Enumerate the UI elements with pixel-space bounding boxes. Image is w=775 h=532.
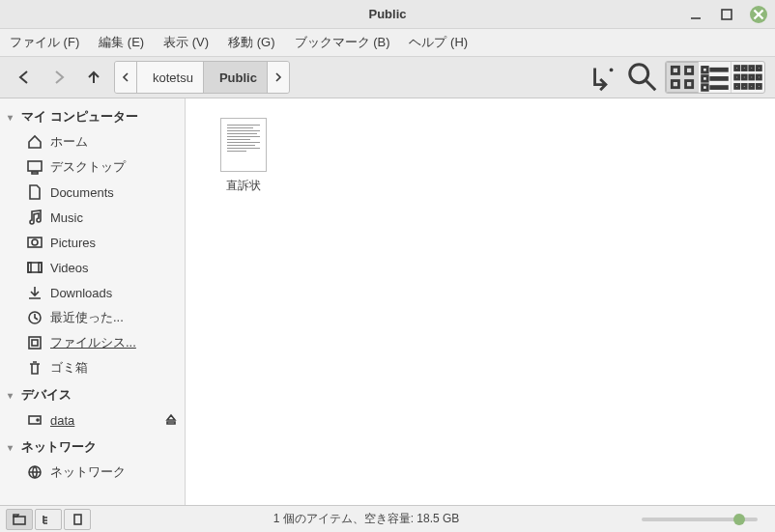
hide-sidebar-button[interactable] bbox=[64, 509, 91, 530]
svg-rect-48 bbox=[74, 515, 81, 524]
home-icon bbox=[27, 134, 43, 150]
eject-icon[interactable] bbox=[165, 413, 177, 428]
sidebar-item-home[interactable]: ホーム bbox=[0, 129, 185, 154]
zoom-thumb[interactable] bbox=[733, 514, 745, 525]
downloads-icon bbox=[27, 285, 43, 300]
sidebar-item-label: ホーム bbox=[50, 133, 88, 151]
pathbar: kotetsu Public bbox=[114, 61, 290, 94]
up-button[interactable] bbox=[79, 62, 108, 93]
svg-rect-42 bbox=[29, 337, 41, 349]
sidebar-item-label: Downloads bbox=[50, 286, 112, 300]
compact-view-button[interactable] bbox=[732, 62, 764, 93]
sidebar-item-label: Videos bbox=[50, 261, 89, 275]
svg-point-45 bbox=[37, 419, 39, 421]
section-network[interactable]: ▾ネットワーク bbox=[0, 433, 185, 460]
sidebar-item-label: ゴミ箱 bbox=[50, 359, 88, 377]
sidebar-item-pictures[interactable]: Pictures bbox=[0, 230, 185, 255]
sidebar-item-documents[interactable]: Documents bbox=[0, 180, 185, 205]
icon-view-button[interactable] bbox=[666, 62, 699, 93]
svg-rect-34 bbox=[28, 161, 42, 171]
search-button[interactable] bbox=[626, 61, 659, 94]
music-icon bbox=[27, 210, 43, 225]
document-icon bbox=[27, 184, 43, 200]
close-button[interactable] bbox=[750, 6, 767, 23]
svg-rect-16 bbox=[703, 67, 708, 72]
path-segment-public[interactable]: Public bbox=[204, 62, 268, 93]
svg-rect-43 bbox=[32, 340, 38, 346]
sidebar-item-label: Documents bbox=[50, 185, 114, 200]
svg-point-37 bbox=[32, 239, 38, 245]
section-devices[interactable]: ▾デバイス bbox=[0, 380, 185, 407]
section-title: マイ コンピューター bbox=[21, 108, 138, 126]
maximize-button[interactable] bbox=[719, 7, 734, 22]
show-tree-button[interactable] bbox=[35, 509, 62, 530]
svg-point-9 bbox=[610, 69, 614, 72]
toggle-location-button[interactable] bbox=[588, 61, 620, 94]
svg-rect-26 bbox=[735, 75, 739, 79]
svg-rect-17 bbox=[711, 69, 728, 70]
menu-go[interactable]: 移動 (G) bbox=[226, 32, 276, 53]
sidebar-item-label: ネットワーク bbox=[50, 463, 126, 481]
file-name: 直訴状 bbox=[226, 178, 261, 194]
menu-file[interactable]: ファイル (F) bbox=[8, 32, 81, 53]
svg-rect-25 bbox=[757, 67, 761, 70]
filesystem-icon bbox=[27, 335, 43, 350]
sidebar-item-network[interactable]: ネットワーク bbox=[0, 460, 185, 485]
svg-rect-12 bbox=[672, 67, 678, 73]
window-controls bbox=[688, 6, 767, 23]
sidebar-item-filesystem[interactable]: ファイルシス... bbox=[0, 330, 185, 355]
file-view[interactable]: 直訴状 bbox=[186, 98, 775, 505]
sidebar-item-desktop[interactable]: デスクトップ bbox=[0, 154, 185, 180]
sidebar-mode-group bbox=[6, 509, 91, 530]
sidebar-item-label: 最近使った... bbox=[50, 309, 124, 326]
path-prev-button[interactable] bbox=[115, 62, 137, 93]
minimize-button[interactable] bbox=[688, 7, 703, 22]
sidebar-item-label: Pictures bbox=[50, 236, 96, 250]
path-segment-home[interactable]: kotetsu bbox=[137, 62, 204, 93]
sidebar-item-trash[interactable]: ゴミ箱 bbox=[0, 355, 185, 380]
desktop-icon bbox=[27, 159, 43, 175]
sidebar: ▾マイ コンピューター ホーム デスクトップ Documents Music P… bbox=[0, 98, 186, 505]
sidebar-item-recent[interactable]: 最近使った... bbox=[0, 305, 185, 330]
sidebar-item-label: Music bbox=[50, 210, 83, 225]
sidebar-item-data[interactable]: data bbox=[0, 407, 185, 433]
toolbar: kotetsu Public bbox=[0, 56, 775, 98]
sidebar-item-label: data bbox=[50, 413, 74, 428]
svg-line-11 bbox=[646, 81, 655, 90]
statusbar: 1 個のアイテム、空き容量: 18.5 GB bbox=[0, 505, 775, 532]
text-file-icon bbox=[220, 118, 267, 172]
sidebar-item-label: デスクトップ bbox=[50, 158, 126, 176]
section-title: ネットワーク bbox=[21, 438, 97, 456]
back-button[interactable] bbox=[10, 62, 39, 93]
svg-rect-19 bbox=[711, 77, 728, 79]
caret-down-icon: ▾ bbox=[8, 442, 17, 453]
sidebar-item-label: ファイルシス... bbox=[50, 334, 136, 351]
sidebar-item-videos[interactable]: Videos bbox=[0, 255, 185, 280]
path-segment-label: Public bbox=[219, 70, 257, 85]
svg-rect-13 bbox=[686, 67, 693, 73]
svg-rect-23 bbox=[742, 67, 746, 70]
window-title: Public bbox=[368, 7, 406, 21]
svg-rect-28 bbox=[750, 75, 754, 79]
menu-view[interactable]: 表示 (V) bbox=[161, 32, 211, 53]
svg-rect-21 bbox=[711, 86, 728, 88]
sidebar-item-downloads[interactable]: Downloads bbox=[0, 280, 185, 305]
list-view-button[interactable] bbox=[699, 62, 732, 93]
show-places-button[interactable] bbox=[6, 509, 33, 530]
sidebar-item-music[interactable]: Music bbox=[0, 205, 185, 230]
svg-rect-32 bbox=[750, 85, 754, 89]
menubar: ファイル (F) 編集 (E) 表示 (V) 移動 (G) ブックマーク (B)… bbox=[0, 29, 775, 56]
file-item[interactable]: 直訴状 bbox=[205, 118, 282, 194]
forward-button[interactable] bbox=[44, 62, 73, 93]
caret-down-icon: ▾ bbox=[8, 112, 17, 123]
svg-rect-40 bbox=[39, 263, 42, 272]
section-my-computer[interactable]: ▾マイ コンピューター bbox=[0, 102, 185, 129]
svg-rect-20 bbox=[703, 84, 708, 90]
svg-rect-38 bbox=[28, 263, 42, 272]
zoom-slider[interactable] bbox=[642, 518, 758, 521]
path-next-button[interactable] bbox=[268, 62, 289, 93]
menu-edit[interactable]: 編集 (E) bbox=[97, 32, 146, 53]
menu-help[interactable]: ヘルプ (H) bbox=[407, 32, 470, 53]
svg-rect-27 bbox=[742, 75, 746, 79]
menu-bookmarks[interactable]: ブックマーク (B) bbox=[293, 32, 392, 53]
